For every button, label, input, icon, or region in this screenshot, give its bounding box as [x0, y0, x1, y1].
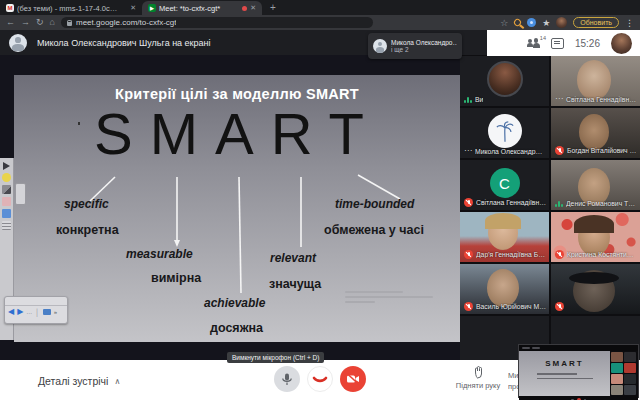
update-chrome-button[interactable]: Обновить	[573, 17, 619, 28]
participant-name: Світлана Геннадіївн…	[476, 199, 546, 206]
participant-name: Дар'я Геннадіївна Б…	[476, 251, 545, 258]
participant-tile[interactable]: ⋯ Світлана Геннадіївн…	[551, 56, 640, 106]
participant-tile[interactable]: Дар'я Геннадіївна Б…	[460, 212, 549, 262]
participant-name: Микола Олександр…	[475, 148, 542, 155]
cursor-tool-icon[interactable]	[3, 162, 10, 170]
label-znachushcha: значуща	[269, 277, 321, 291]
cursor-dot	[78, 122, 80, 125]
video-face	[488, 216, 518, 250]
participant-name: Ви	[475, 96, 483, 103]
avatar	[487, 61, 523, 97]
participant-name: Світлана Геннадіївн…	[566, 96, 636, 103]
label-vymirna: вимірна	[151, 271, 201, 285]
slide-watermark	[345, 291, 433, 306]
shared-screen: Критерії цілі за моделлю SMART SMART spe…	[0, 55, 460, 360]
recording-dot-icon	[242, 6, 247, 11]
mic-off-icon	[555, 302, 564, 311]
notification-more: і ще 2	[391, 46, 457, 53]
close-tab-icon[interactable]: ✕	[250, 4, 256, 12]
label-relevant: relevant	[270, 251, 316, 265]
chat-icon[interactable]	[551, 38, 564, 49]
browser-toolbar: ← → ↻ ⌂ meet.google.com/to-cxfx-cgt ☆ ★ …	[0, 15, 640, 30]
presenter-avatar	[9, 34, 27, 52]
camera-off-button[interactable]	[340, 366, 366, 392]
browser-tab-bar: M (без теми) - mms-1-17-4.0с… ✕ ▶ Meet: …	[0, 0, 640, 15]
grid-tool-icon[interactable]	[2, 221, 11, 230]
mic-tooltip: Вимкнути мікрофон (Ctrl + D)	[227, 352, 324, 363]
expand-icon[interactable]: »	[54, 309, 57, 315]
palm-avatar	[488, 114, 522, 148]
end-call-icon	[312, 375, 328, 383]
meet-header: 14 15:26	[487, 30, 640, 56]
shape-tool-icon[interactable]	[2, 209, 11, 218]
mic-off-icon	[555, 146, 564, 155]
address-bar[interactable]: meet.google.com/to-cxfx-cgt	[61, 17, 373, 28]
tile-menu-icon[interactable]: ⋯	[464, 147, 472, 155]
participant-tile[interactable]	[551, 264, 640, 314]
meet-window: M (без теми) - mms-1-17-4.0с… ✕ ▶ Meet: …	[0, 0, 640, 400]
participants-icon[interactable]: 14	[527, 38, 540, 48]
pip-preview-window[interactable]: SMART	[518, 344, 639, 398]
tab-gmail[interactable]: M (без теми) - mms-1-17-4.0с… ✕	[0, 1, 142, 15]
reload-icon[interactable]: ↻	[36, 18, 44, 27]
new-tab-button[interactable]: +	[270, 1, 276, 15]
participant-name: Кристина Костянти…	[567, 251, 634, 258]
browser-menu-icon[interactable]: ⋮	[625, 18, 634, 28]
raise-hand-label: Підняти руку	[456, 381, 500, 390]
prev-slide-button[interactable]: ◀	[8, 308, 14, 316]
lock-icon	[67, 20, 72, 26]
blue-extension-icon[interactable]	[527, 18, 536, 27]
browser-profile-avatar[interactable]	[556, 17, 567, 28]
tab-meet[interactable]: ▶ Meet: *to-cxfx-cgt* ✕	[142, 1, 262, 15]
key-extension-icon[interactable]	[513, 18, 523, 28]
participant-tile[interactable]: С Світлана Геннадіївн…	[460, 160, 549, 210]
toolbar-flyout[interactable]	[15, 183, 26, 205]
gmail-icon: M	[6, 4, 14, 12]
chevron-up-icon: ∧	[114, 377, 120, 386]
eraser-tool-icon[interactable]	[2, 197, 11, 206]
label-time-bounded: time-bounded	[335, 197, 414, 211]
display-icon[interactable]	[43, 309, 51, 315]
more-options-icon[interactable]: …	[26, 309, 32, 315]
raise-hand-button[interactable]: Підняти руку	[452, 366, 504, 390]
raise-hand-icon	[473, 366, 484, 379]
participant-tile[interactable]: Кристина Костянти…	[551, 212, 640, 262]
meeting-details-label: Деталі зустрічі	[38, 375, 108, 387]
url-text: meet.google.com/to-cxfx-cgt	[76, 18, 176, 27]
close-tab-icon[interactable]: ✕	[130, 4, 136, 12]
participant-tile[interactable]: Денис Романович Т…	[551, 160, 640, 210]
label-dosiazhna: досяжна	[210, 321, 263, 335]
home-icon[interactable]: ⌂	[50, 18, 55, 27]
label-achievable: achievable	[204, 296, 265, 310]
mic-off-icon	[555, 250, 564, 259]
bookmark-star-icon[interactable]: ☆	[500, 18, 508, 28]
meeting-details-button[interactable]: Деталі зустрічі ∧	[38, 375, 120, 387]
tab-title: (без теми) - mms-1-17-4.0с…	[17, 4, 127, 13]
forward-icon[interactable]: →	[21, 18, 30, 27]
back-icon[interactable]: ←	[6, 18, 15, 27]
pencil-tool-icon[interactable]	[2, 185, 11, 194]
meet-profile-avatar[interactable]	[611, 33, 632, 54]
participant-tile[interactable]: Василь Юрійович М…	[460, 264, 549, 314]
pip-smart-word: SMART	[519, 359, 610, 368]
next-slide-button[interactable]: ▶	[17, 308, 23, 316]
tile-menu-icon[interactable]: ⋯	[555, 95, 563, 103]
participant-tile[interactable]: ⋯ Микола Олександр…	[460, 108, 549, 158]
video-face	[573, 270, 615, 312]
end-call-button[interactable]	[307, 366, 333, 392]
speaking-icon	[555, 200, 563, 207]
pip-participant-strip	[610, 351, 638, 396]
participant-tile-self[interactable]: Ви	[460, 56, 549, 106]
pen-tool-icon[interactable]	[2, 173, 11, 182]
meet-icon: ▶	[148, 4, 156, 12]
slide-navigator: ◀ ▶ … │ »	[4, 296, 68, 324]
mic-off-icon	[464, 250, 473, 259]
star-extension-icon[interactable]: ★	[542, 18, 550, 28]
tab-title: Meet: *to-cxfx-cgt*	[159, 4, 239, 13]
navigator-titlebar[interactable]	[5, 297, 67, 306]
participants-count: 14	[540, 35, 546, 41]
pip-controls	[519, 396, 638, 400]
participant-tile[interactable]: Богдан Віталійович …	[551, 108, 640, 158]
mic-off-icon	[464, 302, 473, 311]
mic-button[interactable]	[274, 366, 300, 392]
